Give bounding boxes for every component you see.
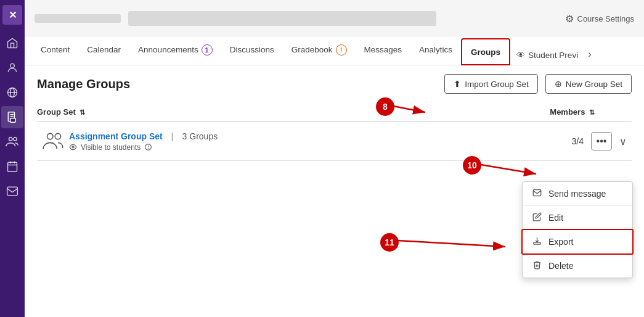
more-options-button[interactable]: ••• — [591, 132, 612, 150]
topbar-banner — [128, 11, 436, 26]
info-icon — [144, 143, 152, 151]
tab-gradebook[interactable]: Gradebook ! — [283, 36, 356, 65]
svg-point-13 — [47, 133, 54, 139]
export-label: Export — [548, 237, 573, 247]
import-group-set-button[interactable]: ⬆ Import Group Set — [444, 74, 538, 94]
svg-rect-20 — [533, 242, 540, 244]
sidebar-icon-user[interactable] — [1, 57, 23, 79]
svg-point-6 — [9, 138, 13, 141]
tab-student-label: Student Previ — [528, 51, 578, 60]
sidebar-close-button[interactable]: ✕ — [2, 5, 22, 25]
visibility-label: Visible to students — [81, 143, 141, 152]
sidebar: ✕ — [0, 0, 25, 317]
row-members: 3/4 — [552, 136, 589, 146]
svg-point-14 — [55, 133, 61, 139]
expand-button[interactable]: ∨ — [614, 132, 632, 150]
sidebar-icon-mail[interactable] — [1, 180, 23, 202]
sidebar-icon-home[interactable] — [1, 32, 23, 54]
row-actions: ••• ∨ — [589, 132, 632, 150]
sidebar-icon-calendar[interactable] — [1, 155, 23, 178]
tab-groups[interactable]: Groups — [461, 38, 510, 65]
col-groupset-header[interactable]: Group Set ⇅ — [37, 107, 533, 117]
tab-calendar[interactable]: Calendar — [78, 36, 129, 65]
nav-tabs: Content Calendar Announcements 1 Discuss… — [25, 37, 644, 65]
groups-count: 3 Groups — [182, 131, 218, 141]
dropdown-export[interactable]: Export — [523, 230, 632, 254]
delete-label: Delete — [548, 261, 573, 271]
edit-icon — [531, 212, 542, 223]
topbar-placeholder — [35, 14, 121, 23]
course-settings-label: Course Settings — [577, 14, 635, 23]
tab-announcements-label: Announcements — [138, 45, 198, 54]
members-col-label: Members — [550, 107, 585, 117]
course-settings-link[interactable]: ⚙ Course Settings — [565, 13, 635, 25]
col-members-header[interactable]: Members ⇅ — [533, 107, 632, 117]
tab-discussions-label: Discussions — [230, 45, 274, 54]
gear-icon: ⚙ — [565, 13, 574, 25]
tab-messages[interactable]: Messages — [356, 36, 411, 65]
svg-point-18 — [148, 148, 149, 149]
tab-analytics-label: Analytics — [419, 45, 452, 54]
row-info: Assignment Group Set | 3 Groups Visible … — [69, 131, 552, 152]
tab-announcements[interactable]: Announcements 1 — [129, 36, 221, 65]
gradebook-badge: ! — [336, 44, 347, 56]
sidebar-icon-pages[interactable] — [1, 106, 23, 128]
import-icon: ⬆ — [454, 79, 461, 89]
main-content: ⚙ Course Settings Content Calendar Annou… — [25, 0, 644, 317]
svg-point-0 — [10, 64, 15, 68]
row-subtitle: Visible to students — [69, 143, 552, 152]
dropdown-edit[interactable]: Edit — [523, 206, 632, 230]
separator: | — [171, 131, 174, 141]
new-group-set-button[interactable]: ⊕ New Group Set — [545, 74, 632, 94]
export-icon — [531, 236, 542, 247]
import-label: Import Group Set — [465, 80, 529, 89]
tab-calendar-label: Calendar — [87, 45, 121, 54]
groupset-col-label: Group Set — [37, 107, 76, 117]
assignment-group-title: Assignment Group Set — [69, 131, 163, 141]
dropdown-menu: Send message Edit Export Dele — [522, 181, 633, 278]
page-title: Manage Groups — [37, 77, 130, 91]
tab-groups-label: Groups — [471, 47, 500, 57]
nav-more-button[interactable]: › — [584, 44, 595, 65]
dropdown-send-message[interactable]: Send message — [523, 182, 632, 206]
group-icon — [37, 130, 69, 153]
announcements-badge: 1 — [202, 44, 213, 56]
sidebar-icon-globe[interactable] — [1, 81, 23, 104]
table-row: Assignment Group Set | 3 Groups Visible … — [37, 122, 632, 161]
tab-discussions[interactable]: Discussions — [221, 36, 283, 65]
dropdown-delete[interactable]: Delete — [523, 254, 632, 278]
members-sort-icon: ⇅ — [589, 109, 595, 116]
eye-icon — [69, 143, 77, 151]
content-area: Manage Groups ⬆ Import Group Set ⊕ New G… — [25, 65, 644, 161]
tab-content-label: Content — [41, 45, 70, 54]
tab-content[interactable]: Content — [32, 36, 78, 65]
header-actions: ⬆ Import Group Set ⊕ New Group Set — [444, 74, 632, 94]
groupset-sort-icon: ⇅ — [79, 109, 85, 116]
svg-rect-19 — [533, 190, 541, 196]
svg-point-15 — [72, 146, 74, 148]
new-label: New Group Set — [566, 80, 622, 89]
content-header: Manage Groups ⬆ Import Group Set ⊕ New G… — [37, 74, 632, 94]
svg-rect-12 — [7, 187, 18, 195]
svg-rect-5 — [10, 118, 15, 123]
edit-label: Edit — [548, 213, 563, 223]
tab-messages-label: Messages — [364, 45, 402, 54]
svg-rect-8 — [8, 162, 17, 171]
table-header: Group Set ⇅ Members ⇅ — [37, 102, 632, 122]
tab-analytics[interactable]: Analytics — [410, 36, 461, 65]
tab-student-preview[interactable]: 👁 Student Previ — [510, 45, 584, 65]
send-message-label: Send message — [548, 189, 606, 199]
tab-gradebook-label: Gradebook — [291, 45, 333, 54]
delete-icon — [531, 260, 542, 271]
send-message-icon — [531, 188, 542, 199]
student-preview-icon: 👁 — [516, 50, 525, 60]
sidebar-icon-groups[interactable] — [1, 131, 23, 153]
topbar-logo-area — [35, 11, 436, 26]
svg-point-7 — [14, 138, 17, 141]
topbar: ⚙ Course Settings — [25, 0, 644, 37]
new-icon: ⊕ — [555, 79, 562, 89]
row-title[interactable]: Assignment Group Set | 3 Groups — [69, 131, 552, 141]
